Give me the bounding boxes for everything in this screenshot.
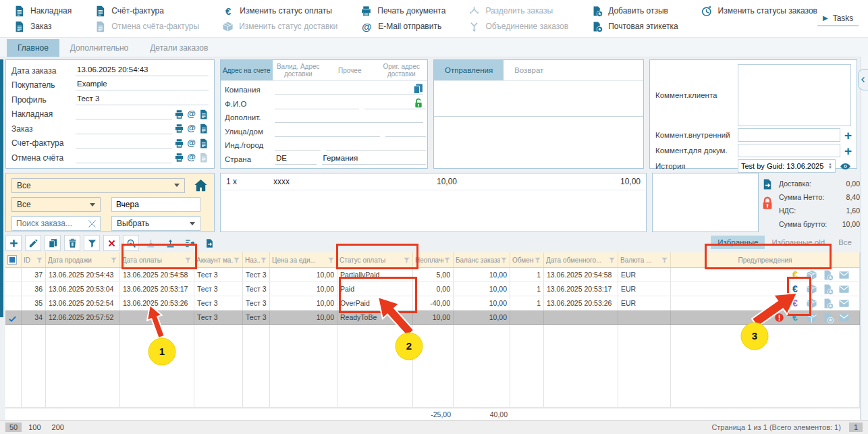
shipping-warning-icon[interactable]: [806, 283, 817, 295]
shipping-warning-icon[interactable]: [806, 269, 817, 281]
field-value[interactable]: Тест 3: [76, 94, 209, 105]
euro-warning-icon[interactable]: €: [789, 268, 801, 281]
order-item-row[interactable]: 1 xxxxx10,0010,00: [221, 173, 646, 190]
document-icon[interactable]: [198, 138, 209, 148]
euro-warning-icon[interactable]: €: [789, 282, 801, 296]
table-row[interactable]: 3713.06.2025 20:54:4313.06.2025 20:54:58…: [5, 268, 860, 282]
toolbar-item[interactable]: Счёт-фактура: [94, 5, 199, 17]
date-filter-input[interactable]: [111, 197, 200, 212]
column-header-sale_date[interactable]: Дата продажи: [46, 252, 120, 267]
email-warning-icon[interactable]: [838, 312, 850, 323]
address-tab-3[interactable]: Прочее: [324, 60, 376, 80]
collapse-panel-handle[interactable]: [858, 69, 868, 90]
cell-check[interactable]: [5, 310, 22, 324]
type-filter-select[interactable]: Все: [11, 197, 101, 212]
filter-icon[interactable]: [110, 256, 117, 264]
page-size-200[interactable]: 200: [48, 423, 68, 432]
column-header-warnings[interactable]: Предупреждения: [671, 252, 860, 267]
page-size-100[interactable]: 100: [24, 423, 45, 432]
column-header-pay_date[interactable]: Дата оплаты: [120, 252, 194, 267]
toolbar-item[interactable]: €Изменить статус оплаты: [222, 5, 337, 17]
toolbar-item[interactable]: Отмена счёта-фактуры: [94, 20, 199, 32]
field-value[interactable]: [76, 153, 172, 163]
column-header-exchange_date[interactable]: Дата обменного...: [544, 252, 618, 267]
address-tab-1[interactable]: Адрес на счете: [221, 60, 273, 80]
email-icon[interactable]: @: [186, 153, 196, 163]
toolbar-item[interactable]: Разделить заказы: [468, 5, 568, 17]
row-checkbox[interactable]: [5, 282, 22, 296]
internal-comment-input[interactable]: [738, 128, 840, 142]
address-input[interactable]: Германия: [322, 154, 426, 165]
table-row[interactable]: 3613.06.2025 20:53:0413.06.2025 20:53:17…: [5, 282, 860, 296]
select-all-checkbox[interactable]: [7, 255, 17, 265]
filter-button[interactable]: [84, 235, 100, 251]
field-value[interactable]: 13.06.2025 20:54:43: [76, 65, 209, 76]
filter-icon[interactable]: [403, 256, 410, 264]
add-document-comment-button[interactable]: +: [844, 144, 852, 157]
edit-button[interactable]: [25, 235, 41, 251]
row-checkbox-checked[interactable]: [8, 315, 17, 323]
row-details-button[interactable]: [182, 235, 198, 251]
page-size-50[interactable]: 50: [5, 423, 22, 432]
email-icon[interactable]: @: [186, 109, 196, 119]
column-header-id[interactable]: ID: [22, 252, 46, 267]
euro-warning-icon[interactable]: €: [789, 296, 801, 310]
address-tab-2[interactable]: Валид. Адрес доставки: [273, 60, 325, 80]
email-warning-icon[interactable]: [838, 269, 850, 281]
main-tab-3[interactable]: Детали заказов: [139, 39, 219, 57]
address-input[interactable]: [275, 84, 423, 95]
filter-icon[interactable]: [260, 256, 267, 264]
column-header-currency[interactable]: Валюта ...: [618, 252, 671, 267]
email-icon[interactable]: @: [186, 138, 196, 148]
clear-filter-button[interactable]: [103, 235, 119, 251]
print-icon[interactable]: [174, 109, 184, 119]
main-tab-2[interactable]: Дополнительно: [59, 39, 139, 57]
shipments-tab-2[interactable]: Возврат: [504, 60, 554, 80]
main-tab-1[interactable]: Главное: [7, 39, 59, 57]
filter-icon[interactable]: [500, 256, 508, 264]
field-value[interactable]: [76, 109, 172, 119]
column-header-check[interactable]: [5, 252, 22, 267]
left-collapse-strip[interactable]: [0, 59, 3, 317]
filter-icon[interactable]: [233, 256, 240, 264]
shipping-warning-icon[interactable]: [806, 312, 817, 323]
add-internal-comment-button[interactable]: +: [844, 129, 852, 142]
euro-warning-icon[interactable]: €: [789, 310, 801, 324]
row-checkbox[interactable]: [5, 296, 22, 310]
history-select[interactable]: Test by Guid: 13.06.2025 ▲▼: [738, 159, 836, 173]
document-icon[interactable]: [198, 124, 209, 134]
email-warning-icon[interactable]: [838, 298, 850, 309]
toolbar-item[interactable]: Почтовая этикетка: [591, 20, 678, 32]
clear-search-icon[interactable]: [87, 219, 97, 229]
filter-icon[interactable]: [184, 256, 192, 264]
address-input[interactable]: [275, 126, 380, 137]
copy-page-button[interactable]: [201, 235, 217, 251]
address-input[interactable]: DE: [275, 154, 317, 165]
field-value[interactable]: [76, 124, 172, 134]
document-warning-icon[interactable]: [822, 298, 834, 309]
shipments-tab-1[interactable]: Отправления: [434, 60, 504, 80]
address-input[interactable]: [275, 99, 359, 109]
add-button[interactable]: [5, 235, 22, 251]
status-filter-select[interactable]: Все: [11, 178, 185, 193]
filter-icon[interactable]: [327, 256, 335, 264]
column-header-unit_price[interactable]: Цена за еди...: [270, 252, 337, 267]
delete-button[interactable]: [64, 235, 80, 251]
document-warning-icon[interactable]: [822, 312, 834, 323]
grid-tab-2[interactable]: Избранные old: [765, 236, 832, 249]
row-checkbox[interactable]: [5, 268, 22, 281]
print-icon[interactable]: [174, 124, 184, 134]
toolbar-item[interactable]: Заказ: [13, 20, 72, 32]
address-tab-4[interactable]: Ориг. адрес доставки: [376, 60, 428, 80]
toolbar-item[interactable]: Изменить статусы заказов: [701, 5, 817, 17]
toolbar-item[interactable]: Изменить статус доставки: [222, 20, 337, 32]
table-row[interactable]: 3513.06.2025 20:52:5413.06.2025 20:53:26…: [5, 296, 860, 310]
customer-comment-textarea[interactable]: [738, 64, 851, 126]
locked-icon[interactable]: [760, 196, 775, 211]
document-icon[interactable]: [198, 153, 209, 163]
document-warning-icon[interactable]: [822, 283, 834, 295]
choose-filter-select[interactable]: Выбрать: [111, 216, 200, 231]
email-icon[interactable]: @: [186, 124, 196, 134]
shipping-warning-icon[interactable]: [806, 298, 817, 309]
document-icon[interactable]: [198, 109, 209, 119]
